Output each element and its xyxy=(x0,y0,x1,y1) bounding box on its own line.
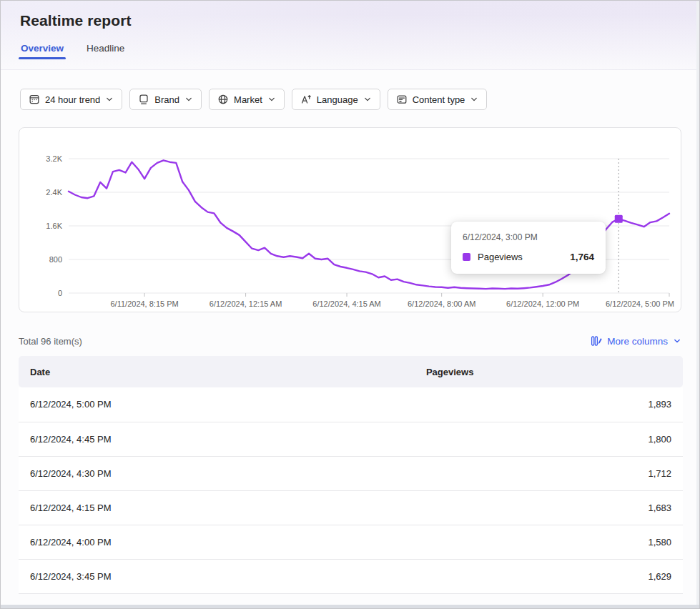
brand-icon xyxy=(138,94,149,105)
y-axis-label: 1.6K xyxy=(46,222,62,230)
table-body: 6/12/2024, 5:00 PM1,8936/12/2024, 4:45 P… xyxy=(19,387,683,593)
page-header: Realtime report Overview Headline xyxy=(1,1,699,70)
tab-headline[interactable]: Headline xyxy=(86,40,125,61)
total-count: Total 96 item(s) xyxy=(19,336,82,347)
realtime-report-page: Realtime report Overview Headline 24 hou… xyxy=(0,0,700,609)
table-row[interactable]: 6/12/2024, 4:15 PM1,683 xyxy=(19,490,683,525)
series-swatch-icon xyxy=(463,253,470,261)
table-row[interactable]: 6/12/2024, 3:45 PM1,629 xyxy=(19,559,683,593)
chevron-down-icon xyxy=(184,95,193,104)
filter-label: Brand xyxy=(154,94,179,105)
table-row[interactable]: 6/12/2024, 4:45 PM1,800 xyxy=(19,422,683,456)
filter-24-hour-trend[interactable]: 24 hour trend xyxy=(20,89,122,110)
filter-label: Language xyxy=(317,94,358,105)
tab-overview-label: Overview xyxy=(21,43,64,54)
cell-date: 6/12/2024, 4:30 PM xyxy=(19,456,415,490)
cell-date: 6/12/2024, 4:15 PM xyxy=(19,490,415,525)
calendar-icon xyxy=(29,94,40,105)
pageviews-table: Date Pageviews 6/12/2024, 5:00 PM1,8936/… xyxy=(19,356,683,594)
tab-headline-label: Headline xyxy=(87,43,124,54)
column-header-pageviews[interactable]: Pageviews xyxy=(415,356,683,387)
filter-language[interactable]: Language xyxy=(292,89,380,110)
table-row[interactable]: 6/12/2024, 4:00 PM1,580 xyxy=(19,525,683,559)
x-axis-label: 6/12/2024, 12:15 AM xyxy=(209,299,282,308)
table-row[interactable]: 6/12/2024, 5:00 PM1,893 xyxy=(19,387,683,422)
cell-pageviews: 1,893 xyxy=(415,387,683,422)
pageviews-line-chart[interactable]: 08001.6K2.4K3.2K6/11/2024, 8:15 PM6/12/2… xyxy=(19,128,683,312)
filter-market[interactable]: Market xyxy=(209,89,285,110)
y-axis-label: 2.4K xyxy=(46,188,62,197)
chart-tooltip: 6/12/2024, 3:00 PM Pageviews 1,764 xyxy=(451,222,606,274)
filter-label: Market xyxy=(234,94,262,105)
y-axis-label: 800 xyxy=(49,255,62,264)
scrollbar-gutter[interactable] xyxy=(696,1,699,608)
translate-icon xyxy=(300,94,312,105)
table-row[interactable]: 6/12/2024, 4:30 PM1,712 xyxy=(19,456,683,490)
window-bottom-edge xyxy=(1,605,699,608)
cell-date: 6/12/2024, 4:45 PM xyxy=(19,422,415,456)
x-axis-label: 6/12/2024, 4:15 AM xyxy=(312,299,380,308)
cell-date: 6/12/2024, 4:00 PM xyxy=(19,525,415,559)
more-columns-label: More columns xyxy=(607,336,668,347)
chevron-down-icon xyxy=(470,95,478,104)
tooltip-date: 6/12/2024, 3:00 PM xyxy=(463,232,594,242)
filter-bar: 24 hour trend Brand Market xyxy=(20,89,699,110)
tab-bar: Overview Headline xyxy=(20,40,678,61)
page-title: Realtime report xyxy=(20,12,678,29)
filter-label: 24 hour trend xyxy=(45,94,100,105)
x-axis-label: 6/12/2024, 8:00 AM xyxy=(408,299,475,308)
cell-date: 6/12/2024, 3:45 PM xyxy=(19,559,415,593)
tooltip-series-row: Pageviews 1,764 xyxy=(463,252,594,262)
x-axis-label: 6/12/2024, 12:00 PM xyxy=(506,299,579,308)
y-axis-label: 3.2K xyxy=(46,154,62,163)
chevron-down-icon xyxy=(105,95,114,104)
cell-pageviews: 1,683 xyxy=(415,490,683,525)
filter-content-type[interactable]: Content type xyxy=(388,89,488,110)
cell-pageviews: 1,580 xyxy=(415,525,683,559)
cell-date: 6/12/2024, 5:00 PM xyxy=(19,387,415,422)
table-header-row: Date Pageviews xyxy=(19,356,683,387)
x-axis-label: 6/11/2024, 8:15 PM xyxy=(111,299,179,308)
chevron-down-icon xyxy=(267,95,276,104)
chevron-down-icon xyxy=(673,337,681,345)
column-edit-icon xyxy=(591,335,602,347)
hover-marker xyxy=(615,215,623,223)
list-toolbar: Total 96 item(s) More columns xyxy=(19,335,681,347)
chart-card: 08001.6K2.4K3.2K6/11/2024, 8:15 PM6/12/2… xyxy=(19,127,681,312)
column-header-date[interactable]: Date xyxy=(19,356,415,387)
cell-pageviews: 1,712 xyxy=(415,456,683,490)
x-axis-label: 6/12/2024, 5:00 PM xyxy=(606,299,674,308)
cell-pageviews: 1,629 xyxy=(415,559,683,593)
content-type-icon xyxy=(396,94,408,105)
filter-brand[interactable]: Brand xyxy=(129,89,202,110)
chevron-down-icon xyxy=(363,95,372,104)
tab-overview[interactable]: Overview xyxy=(20,40,64,61)
more-columns-button[interactable]: More columns xyxy=(591,335,681,347)
cell-pageviews: 1,800 xyxy=(415,422,683,456)
tooltip-series-label: Pageviews xyxy=(478,252,523,262)
tooltip-value: 1,764 xyxy=(570,252,594,262)
y-axis-label: 0 xyxy=(58,289,62,297)
globe-icon xyxy=(217,94,229,105)
filter-label: Content type xyxy=(413,94,465,105)
